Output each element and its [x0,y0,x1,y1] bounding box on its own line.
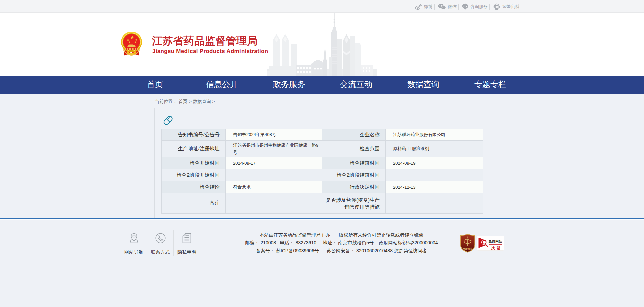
svg-text:政府网站: 政府网站 [488,240,502,243]
svg-text:党政机关: 党政机关 [463,247,472,250]
svg-text:找错: 找错 [491,246,502,250]
